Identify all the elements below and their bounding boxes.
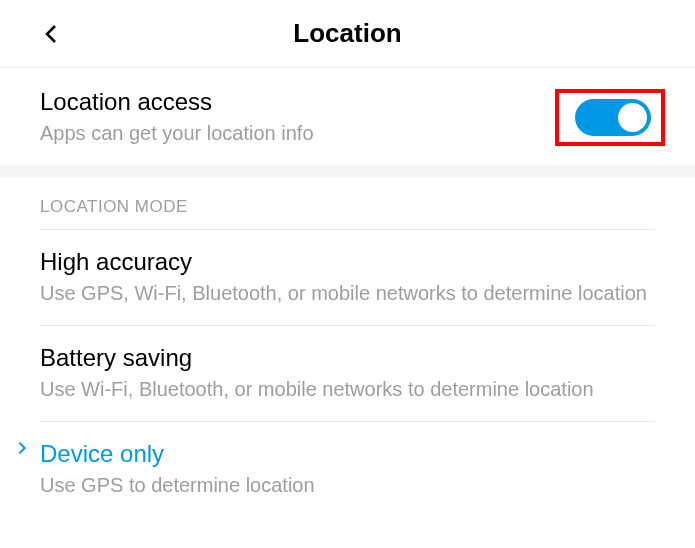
location-access-content: Location access Apps can get your locati… [40,88,555,147]
mode-high-accuracy[interactable]: High accuracy Use GPS, Wi-Fi, Bluetooth,… [0,230,695,325]
mode-title: High accuracy [40,248,655,276]
mode-title: Device only [40,440,655,468]
toggle-knob [618,103,647,132]
mode-title: Battery saving [40,344,655,372]
mode-battery-saving[interactable]: Battery saving Use Wi-Fi, Bluetooth, or … [0,326,695,421]
location-access-subtitle: Apps can get your location info [40,120,555,147]
page-title: Location [20,18,675,49]
mode-subtitle: Use GPS to determine location [40,472,655,499]
location-access-section: Location access Apps can get your locati… [0,68,695,165]
mode-device-only[interactable]: Device only Use GPS to determine locatio… [0,422,695,517]
section-separator [0,165,695,177]
mode-subtitle: Use Wi-Fi, Bluetooth, or mobile networks… [40,376,655,403]
chevron-right-icon [14,440,30,456]
selected-indicator [14,440,30,456]
back-button[interactable] [40,22,64,46]
location-access-title: Location access [40,88,555,116]
location-mode-section: LOCATION MODE High accuracy Use GPS, Wi-… [0,177,695,517]
mode-subtitle: Use GPS, Wi-Fi, Bluetooth, or mobile net… [40,280,655,307]
highlight-box [555,89,665,146]
header: Location [0,0,695,68]
location-mode-header: LOCATION MODE [0,177,695,229]
location-access-row[interactable]: Location access Apps can get your locati… [0,68,695,165]
chevron-left-icon [40,22,64,46]
location-access-toggle[interactable] [575,99,651,136]
